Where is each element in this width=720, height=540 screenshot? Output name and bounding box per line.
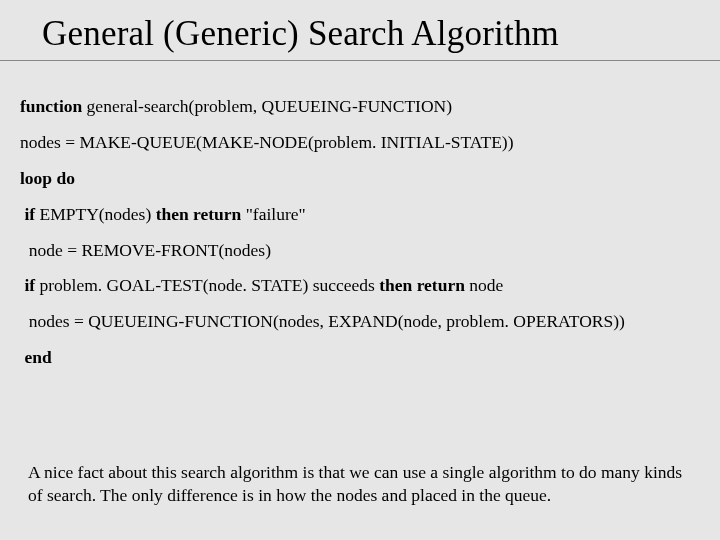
code-line-2: nodes = MAKE-QUEUE(MAKE-NODE(problem. IN… <box>20 125 700 161</box>
code-text: problem. GOAL-TEST(node. STATE) succeeds <box>35 275 379 295</box>
keyword-function: function <box>20 96 82 116</box>
keyword-end: end <box>24 347 51 367</box>
code-line-1: function general-search(problem, QUEUEIN… <box>20 89 700 125</box>
keyword-if: if <box>24 204 35 224</box>
code-text: EMPTY(nodes) <box>35 204 156 224</box>
code-line-6: if problem. GOAL-TEST(node. STATE) succe… <box>20 268 700 304</box>
pseudocode-block: function general-search(problem, QUEUEIN… <box>0 61 720 376</box>
code-line-4: if EMPTY(nodes) then return "failure" <box>20 197 700 233</box>
code-line-7: nodes = QUEUEING-FUNCTION(nodes, EXPAND(… <box>20 304 700 340</box>
slide-title: General (Generic) Search Algorithm <box>0 0 720 61</box>
code-text: node <box>465 275 503 295</box>
code-line-5: node = REMOVE-FRONT(nodes) <box>20 233 700 269</box>
slide: General (Generic) Search Algorithm funct… <box>0 0 720 540</box>
code-text: general-search(problem, QUEUEING-FUNCTIO… <box>82 96 452 116</box>
code-line-3: loop do <box>20 161 700 197</box>
code-line-8: end <box>20 340 700 376</box>
keyword-if: if <box>24 275 35 295</box>
footnote-text: A nice fact about this search algorithm … <box>28 461 688 508</box>
code-text: "failure" <box>241 204 305 224</box>
keyword-loop-do: loop do <box>20 168 75 188</box>
keyword-then-return: then return <box>379 275 465 295</box>
keyword-then-return: then return <box>156 204 242 224</box>
